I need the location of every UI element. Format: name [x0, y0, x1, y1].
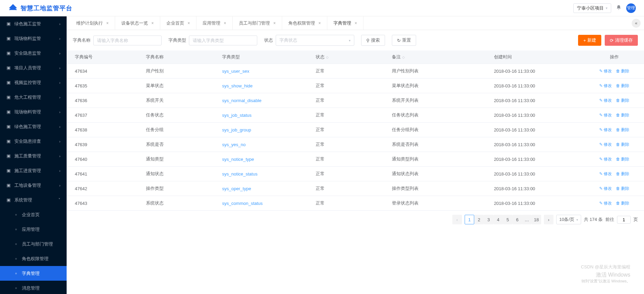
sidebar-item[interactable]: ▣视频监控管理› — [0, 75, 67, 90]
edit-button[interactable]: ✎修改 — [599, 127, 612, 133]
new-button[interactable]: + 新建 — [578, 35, 601, 46]
delete-button[interactable]: 🗑删除 — [616, 200, 629, 206]
dict-type-link[interactable]: sys_job_status — [222, 113, 251, 118]
filter-status-select[interactable]: 字典状态 ▾ — [276, 35, 354, 46]
tab[interactable]: 企业首页× — [160, 16, 196, 30]
dict-type-link[interactable]: sys_normal_disable — [222, 98, 261, 103]
pagination-page[interactable]: 4 — [493, 215, 503, 224]
close-icon[interactable]: × — [106, 21, 109, 26]
edit-button[interactable]: ✎修改 — [599, 142, 612, 148]
sidebar-item[interactable]: ▣项目人员管理› — [0, 60, 67, 75]
sidebar-sub-item[interactable]: ▫员工与部门管理 — [0, 237, 67, 251]
sidebar-item[interactable]: ▣安全隐患监管› — [0, 46, 67, 60]
edit-button[interactable]: ✎修改 — [599, 171, 612, 177]
pagination-page[interactable]: 5 — [503, 215, 512, 224]
chevron-right-icon: › — [59, 37, 60, 41]
delete-button[interactable]: 🗑删除 — [616, 171, 629, 177]
dict-type-link[interactable]: sys_job_group — [222, 127, 251, 132]
dict-icon: ▫ — [14, 271, 18, 276]
edit-button[interactable]: ✎修改 — [599, 68, 612, 74]
edit-button[interactable]: ✎修改 — [599, 98, 612, 103]
sidebar-item[interactable]: ▣系统管理˅ — [0, 193, 67, 207]
chevron-down-icon: ▾ — [606, 6, 607, 10]
dict-type-link[interactable]: sys_notice_type — [222, 157, 254, 162]
sidebar-sub-item[interactable]: ▫字典管理 — [0, 266, 67, 281]
sidebar-sub-item[interactable]: ▫消息管理 — [0, 281, 67, 294]
col-created: 创建时间 — [491, 51, 585, 64]
pagination-page[interactable]: 3 — [484, 215, 493, 224]
avatar[interactable]: 管理 — [626, 3, 636, 13]
close-icon[interactable]: × — [273, 21, 276, 26]
sidebar-item[interactable]: ▣施工质量管理› — [0, 149, 67, 163]
close-icon[interactable]: × — [188, 21, 190, 26]
filter-name-input[interactable] — [93, 36, 162, 45]
sidebar-item[interactable]: ▣现场物料监管› — [0, 31, 67, 46]
edit-button[interactable]: ✎修改 — [599, 112, 612, 118]
delete-button[interactable]: 🗑删除 — [616, 83, 629, 89]
tab[interactable]: 字典管理× — [327, 16, 364, 30]
sidebar-item[interactable]: ▣安全隐患排查› — [0, 134, 67, 149]
filter-status-placeholder: 字典状态 — [279, 37, 297, 43]
pagination-page[interactable]: 18 — [532, 215, 541, 224]
dict-type-link[interactable]: sys_oper_type — [222, 186, 251, 191]
clear-cache-button[interactable]: ⟳ 清理缓存 — [605, 35, 638, 46]
col-status[interactable]: 状态◇ — [313, 51, 389, 64]
pagination-goto-label: 前往 — [605, 216, 614, 223]
delete-button[interactable]: 🗑删除 — [616, 127, 629, 133]
edit-icon: ✎ — [599, 98, 603, 103]
edit-button[interactable]: ✎修改 — [599, 200, 612, 206]
sidebar-item[interactable]: ▣绿色施工管理› — [0, 119, 67, 134]
sidebar-sub-item[interactable]: ▫应用管理 — [0, 222, 67, 237]
close-icon[interactable]: × — [224, 21, 226, 26]
filter-type-input[interactable] — [189, 36, 257, 45]
delete-button[interactable]: 🗑删除 — [616, 112, 629, 118]
bell-icon[interactable] — [616, 5, 621, 11]
project-select[interactable]: 宁泰小区项目 ▾ — [573, 3, 611, 13]
tab[interactable]: 应用管理× — [196, 16, 233, 30]
close-icon[interactable]: × — [318, 21, 321, 26]
cell-type: sys_notice_status — [219, 167, 313, 181]
edit-button[interactable]: ✎修改 — [599, 156, 612, 162]
delete-button[interactable]: 🗑删除 — [616, 156, 629, 162]
col-remark[interactable]: 备注◇ — [389, 51, 491, 64]
pagination-page[interactable]: 6 — [512, 215, 522, 224]
dict-type-link[interactable]: sys_notice_status — [222, 171, 257, 177]
close-icon[interactable]: × — [355, 21, 357, 26]
page-size-select[interactable]: 10条/页 ▾ — [556, 215, 581, 224]
pagination-prev[interactable]: ‹ — [452, 215, 462, 224]
search-button[interactable]: ⚲ 搜索 — [361, 35, 385, 46]
edit-button[interactable]: ✎修改 — [599, 83, 612, 89]
sidebar-item[interactable]: ▣工地设备管理› — [0, 178, 67, 193]
sidebar-item[interactable]: ▣危大工程管理› — [0, 90, 67, 104]
pagination: ‹ 123456…18 › 10条/页 ▾ 共 174 条 前往 页 — [67, 211, 644, 228]
table-row: 47635 菜单状态 sys_show_hide 正常 菜单状态列表 2018-… — [67, 79, 644, 93]
reset-button[interactable]: ↻ 重置 — [392, 35, 416, 46]
delete-button[interactable]: 🗑删除 — [616, 186, 629, 192]
pagination-page[interactable]: 1 — [465, 215, 474, 224]
tabs-collapse-button[interactable]: « — [632, 19, 641, 28]
dict-type-link[interactable]: sys_show_hide — [222, 83, 252, 88]
tab[interactable]: 维护计划执行× — [70, 16, 115, 30]
pagination-page[interactable]: 2 — [474, 215, 484, 224]
sidebar-item[interactable]: ▣现场物料管理› — [0, 104, 67, 119]
pagination-next[interactable]: › — [544, 215, 553, 224]
close-icon[interactable]: × — [151, 21, 154, 26]
dict-type-link[interactable]: sys_yes_no — [222, 142, 246, 147]
sidebar-item[interactable]: ▣绿色施工监管› — [0, 16, 67, 31]
pagination-goto-input[interactable] — [617, 216, 631, 224]
dict-type-link[interactable]: sys_user_sex — [222, 69, 249, 74]
edit-button[interactable]: ✎修改 — [599, 186, 612, 192]
pagination-ellipsis: … — [522, 215, 532, 224]
tab[interactable]: 角色权限管理× — [282, 16, 327, 30]
delete-button[interactable]: 🗑删除 — [616, 98, 629, 103]
tab[interactable]: 员工与部门管理× — [233, 16, 282, 30]
delete-button[interactable]: 🗑删除 — [616, 68, 629, 74]
delete-button[interactable]: 🗑删除 — [616, 142, 629, 148]
dict-type-link[interactable]: sys_common_status — [222, 201, 263, 206]
tab[interactable]: 设备状态一览× — [115, 16, 160, 30]
sidebar-sub-item[interactable]: ▫企业首页 — [0, 207, 67, 222]
sidebar-sub-item[interactable]: ▫角色权限管理 — [0, 251, 67, 266]
logo[interactable]: 智慧工地监管平台 — [8, 4, 72, 12]
sidebar-item[interactable]: ▣施工进度管理› — [0, 163, 67, 178]
cell-name: 系统开关 — [143, 93, 220, 108]
